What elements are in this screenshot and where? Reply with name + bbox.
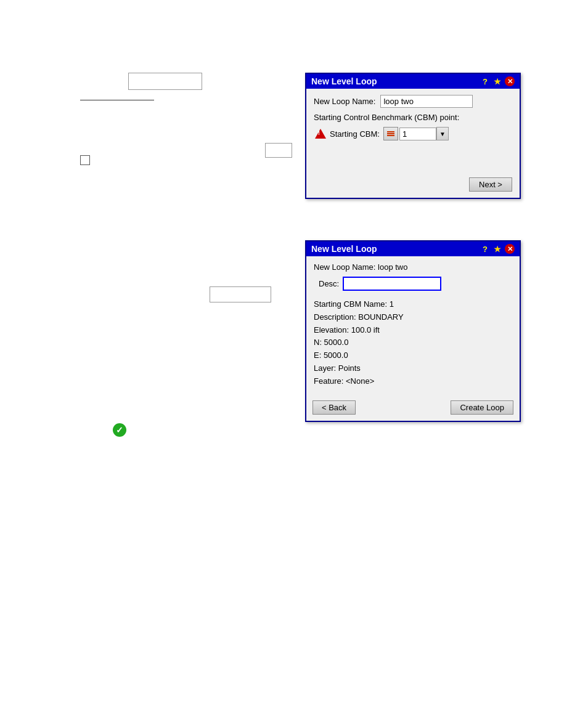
canvas-checkbox-1[interactable] — [80, 155, 90, 165]
canvas-line-1 — [80, 100, 154, 100]
cbm-dropdown-button[interactable]: ▼ — [436, 127, 449, 140]
feature-info: Feature: <None> — [314, 375, 512, 388]
e-info: E: 5000.0 — [314, 349, 512, 362]
dialog-footer-2: < Back Create Loop — [306, 397, 520, 421]
next-button[interactable]: Next > — [469, 177, 512, 192]
dialog-title-2: New Level Loop — [311, 244, 480, 254]
canvas-rect-1 — [128, 73, 202, 90]
dialog-title-icons-1: ? ★ ✕ — [480, 76, 515, 86]
description-info: Description: BOUNDARY — [314, 311, 512, 324]
dialog-body-1: New Loop Name: Starting Control Benchmar… — [306, 89, 520, 174]
green-check-icon: ✓ — [113, 423, 126, 437]
elevation-info: Elevation: 100.0 ift — [314, 324, 512, 337]
dialog-body-2: New Loop Name: loop two Desc: Starting C… — [306, 256, 520, 397]
dialog-footer-1: Next > — [306, 174, 520, 198]
cbm-name-info: Starting CBM Name: 1 — [314, 298, 512, 311]
n-info: N: 5000.0 — [314, 336, 512, 349]
dialog-title-icons-2: ? ★ ✕ — [480, 244, 515, 254]
star-icon-2[interactable]: ★ — [492, 244, 502, 254]
browse-icon — [387, 131, 394, 136]
dialog-new-level-loop-2: New Level Loop ? ★ ✕ New Loop Name: loop… — [305, 240, 521, 422]
star-icon-1[interactable]: ★ — [492, 76, 502, 86]
cbm-browse-button[interactable] — [383, 127, 398, 140]
help-icon-1[interactable]: ? — [480, 76, 490, 86]
cbm-number-input[interactable] — [399, 128, 436, 140]
dialog-title-1: New Level Loop — [311, 76, 480, 86]
starting-cbm-heading-row: Starting Control Benchmark (CBM) point: — [314, 113, 512, 122]
dialog-titlebar-1[interactable]: New Level Loop ? ★ ✕ — [306, 74, 520, 89]
desc-label: Desc: — [319, 279, 339, 288]
loop-name-heading: New Loop Name: loop two — [314, 262, 407, 272]
desc-row: Desc: — [314, 277, 512, 291]
canvas-rect-2 — [265, 143, 292, 158]
cbm-info-block: Starting CBM Name: 1 Description: BOUNDA… — [314, 296, 512, 391]
dialog-titlebar-2[interactable]: New Level Loop ? ★ ✕ — [306, 241, 520, 256]
close-icon-2[interactable]: ✕ — [505, 244, 515, 254]
layer-info: Layer: Points — [314, 362, 512, 375]
loop-name-heading-row: New Loop Name: loop two — [314, 262, 512, 272]
create-loop-button[interactable]: Create Loop — [451, 400, 513, 415]
new-loop-name-label: New Loop Name: — [314, 97, 375, 106]
starting-cbm-row: Starting CBM: ▼ — [314, 127, 512, 140]
canvas-rect-3 — [210, 286, 271, 302]
help-icon-2[interactable]: ? — [480, 244, 490, 254]
close-icon-1[interactable]: ✕ — [505, 76, 515, 86]
back-button[interactable]: < Back — [312, 400, 356, 415]
dialog-new-level-loop-1: New Level Loop ? ★ ✕ New Loop Name: Star… — [305, 73, 521, 199]
new-loop-name-row: New Loop Name: — [314, 95, 512, 108]
starting-cbm-sub-label: Starting CBM: — [330, 129, 380, 139]
cbm-triangle-icon — [314, 127, 327, 140]
new-loop-name-input[interactable] — [380, 95, 473, 108]
starting-cbm-heading: Starting Control Benchmark (CBM) point: — [314, 113, 459, 122]
desc-input[interactable] — [343, 277, 441, 291]
